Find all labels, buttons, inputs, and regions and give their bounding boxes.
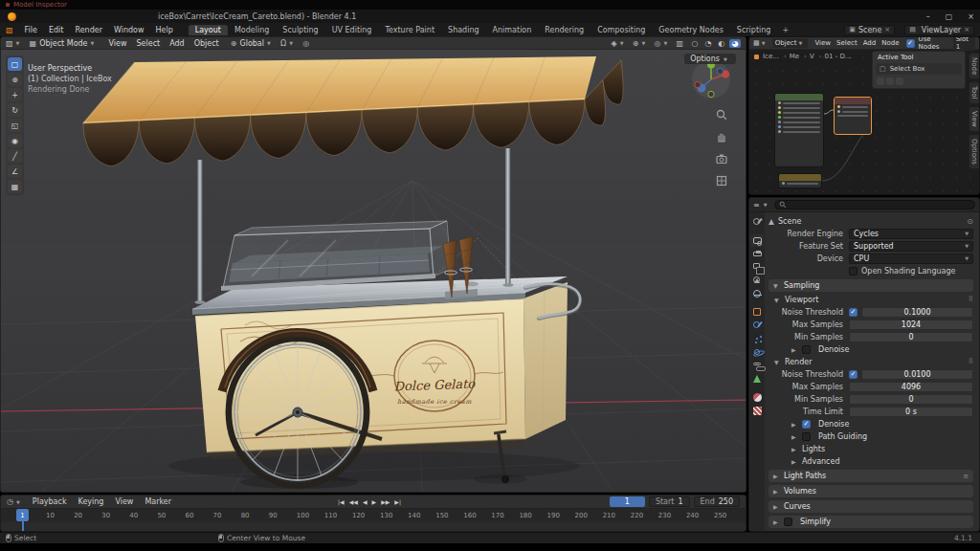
sampling-section-header[interactable]: ▼ Sampling — [768, 279, 973, 292]
breadcrumb-item[interactable]: Ice... — [763, 53, 779, 60]
viewport-menu-item[interactable]: Select — [132, 39, 166, 48]
shading-mode-icon[interactable]: ◐ — [716, 39, 727, 48]
properties-editor[interactable]: ≡ ▼ — [748, 197, 980, 532]
timeline-menu-item[interactable]: View — [110, 497, 138, 506]
viewport-canvas[interactable]: Dolce Gelato handmade ice cream — [1, 37, 746, 493]
menu-item[interactable]: Help — [149, 26, 178, 34]
add-workspace-button[interactable]: + — [777, 26, 793, 34]
vp-noise-field[interactable]: 0.1000 — [861, 307, 973, 318]
frame-start-field[interactable]: Start 1 — [649, 496, 690, 507]
tool-button[interactable]: ╱ — [8, 149, 22, 163]
snap-toggle[interactable]: Ω ▼ — [280, 39, 296, 48]
render-subsection-header[interactable]: ▼ Render ⠿ — [768, 356, 973, 367]
transport-button[interactable]: ▶| — [394, 498, 401, 505]
transport-button[interactable]: ▶▶ — [381, 498, 390, 505]
light-paths-section-header[interactable]: ▶ Light Paths ≡ — [768, 470, 973, 482]
transport-button[interactable]: |◀ — [338, 498, 345, 505]
vp-denoise-checkbox[interactable] — [802, 345, 811, 354]
vp-min-field[interactable]: 0 — [849, 332, 973, 342]
workspace-tab[interactable]: Rendering — [538, 25, 590, 35]
workspace-tab[interactable]: UV Editing — [325, 25, 379, 35]
workspace-tab[interactable]: Compositing — [590, 25, 652, 35]
feature-set-dropdown[interactable]: Supported ▼ — [849, 241, 973, 252]
modifier-properties-tab[interactable] — [750, 320, 764, 332]
sidebar-tab[interactable]: View — [969, 106, 979, 132]
timeline-track-area[interactable] — [1, 522, 746, 532]
breadcrumb-item[interactable]: V — [801, 53, 814, 60]
r-denoise-checkbox[interactable] — [802, 420, 811, 429]
viewport-3d[interactable]: ▧▼ ▦ Object Mode ▼ ViewSelectAddObject ⊕… — [0, 36, 746, 493]
shading-mode-icon[interactable]: ○ — [689, 39, 701, 48]
viewport-menu-item[interactable]: Add — [165, 39, 189, 48]
path-guiding-checkbox[interactable] — [802, 432, 811, 441]
tool-option-icon[interactable] — [886, 77, 894, 85]
object-properties-tab[interactable] — [750, 306, 764, 319]
tool-button[interactable]: ▦ — [8, 180, 22, 193]
menu-item[interactable]: Render — [69, 26, 107, 34]
output-properties-tab[interactable] — [750, 248, 764, 260]
minimize-button[interactable]: – — [926, 12, 930, 21]
preset-grip-icon[interactable]: ⠿ — [969, 358, 973, 365]
workspace-tab[interactable]: Shading — [441, 25, 486, 35]
unlink-icon[interactable]: × — [884, 26, 890, 33]
viewport-subsection-header[interactable]: ▼ Viewport ⠿ — [768, 294, 973, 305]
active-tool-row[interactable]: ▢ Select Box — [876, 63, 962, 75]
shader-node-small[interactable] — [778, 173, 822, 188]
preset-grip-icon[interactable]: ⠿ — [969, 296, 973, 303]
unlink-icon[interactable]: × — [964, 26, 969, 33]
mode-dropdown[interactable]: ▦ Object Mode ▼ — [30, 39, 98, 48]
workspace-tab[interactable]: Texture Paint — [378, 25, 441, 35]
tool-option-icon[interactable] — [877, 77, 884, 85]
transport-button[interactable]: ▶ — [372, 498, 377, 505]
simplify-checkbox[interactable] — [784, 518, 792, 526]
tool-properties-tab[interactable] — [750, 216, 764, 229]
texture-properties-tab[interactable] — [750, 405, 764, 417]
camera-view-icon[interactable] — [715, 152, 728, 165]
simplify-section-header[interactable]: ▶ Simplify — [768, 516, 973, 528]
breadcrumb-item[interactable]: Me — [781, 53, 799, 60]
maximize-button[interactable]: ▢ — [946, 12, 953, 21]
timeline-editor[interactable]: ◷ ▼ PlaybackKeyingViewMarker |◀◀◀◀▶▶▶▶| … — [0, 495, 746, 532]
scene-selector[interactable]: ▣ Scene × — [844, 25, 895, 35]
shader-node-principled[interactable] — [774, 93, 824, 167]
r-time-field[interactable]: 0 s — [849, 407, 973, 417]
tool-button[interactable]: ↻ — [8, 103, 22, 117]
xray-toggle[interactable]: ▥ — [676, 39, 683, 48]
sidebar-tab[interactable]: Tool — [969, 81, 979, 104]
volumes-section-header[interactable]: ▶ Volumes — [768, 485, 973, 497]
frame-end-field[interactable]: End 250 — [694, 496, 740, 507]
workspace-tab[interactable]: Animation — [486, 25, 539, 35]
world-properties-tab[interactable] — [750, 288, 764, 300]
menu-item[interactable]: File — [19, 26, 43, 34]
playhead[interactable]: 1 — [16, 509, 29, 521]
pin-icon[interactable]: ⊙ — [967, 217, 973, 226]
path-guiding-row[interactable]: ▶ Path Guiding — [768, 430, 973, 442]
properties-editor-icon[interactable]: ≡ — [753, 201, 760, 209]
viewlayer-properties-tab[interactable] — [750, 261, 764, 274]
visibility-dropdown[interactable]: ◈▼ — [612, 39, 627, 48]
shader-node-selected[interactable] — [834, 97, 872, 135]
workspace-tab[interactable]: Scripting — [730, 25, 778, 35]
shading-mode-icon[interactable]: ◔ — [702, 39, 714, 48]
close-button[interactable]: × — [968, 12, 974, 21]
menu-item[interactable]: Window — [108, 26, 150, 34]
navigation-gizmo[interactable] — [690, 58, 732, 100]
r-noise-field[interactable]: 0.0100 — [861, 369, 973, 380]
vp-noise-checkbox[interactable] — [849, 308, 858, 317]
gizmos-dropdown[interactable]: ⊕▼ — [633, 39, 649, 48]
shading-mode-icon[interactable]: ◕ — [729, 39, 741, 48]
workspace-tab[interactable]: Layout — [189, 25, 228, 35]
workspace-tab[interactable]: Sculpting — [276, 25, 324, 35]
tool-button[interactable]: ◱ — [8, 119, 22, 132]
osl-checkbox[interactable] — [849, 267, 858, 276]
material-properties-tab[interactable] — [750, 391, 764, 404]
lights-row[interactable]: ▶ Lights — [768, 443, 973, 454]
timeline-menu-item[interactable]: Marker — [140, 497, 176, 506]
breadcrumb-item[interactable]: 01 - D... — [816, 53, 852, 60]
r-denoise-row[interactable]: ▶ Denoise — [768, 418, 973, 430]
orthographic-toggle-icon[interactable] — [715, 174, 728, 187]
viewlayer-selector[interactable]: ▤ ViewLayer × — [904, 25, 974, 35]
shader-editor[interactable]: ▩ ▼ Object ▼ ViewSelectAddNode Use Nodes… — [748, 36, 980, 195]
physics-properties-tab[interactable] — [750, 346, 764, 359]
transport-button[interactable]: ◀◀ — [349, 498, 358, 505]
